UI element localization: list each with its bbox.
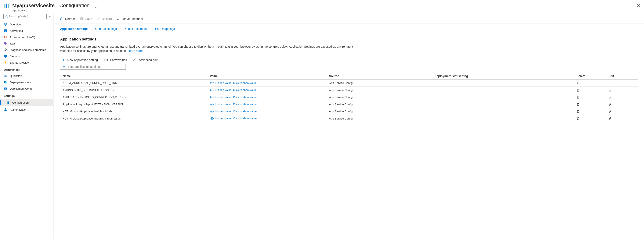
resource-type: App Service [12,9,90,12]
setting-name: ApplicationInsightsAgent_EXTENSION_VERSI… [60,101,208,108]
log-icon [4,29,7,33]
nav-deploy-center[interactable]: Deployment Center [0,85,53,92]
nav-item-label: Activity log [10,29,23,33]
edit-row-button[interactable] [606,101,638,108]
svg-point-15 [5,108,6,110]
edit-row-button[interactable] [606,108,638,115]
slot-setting-cell [432,108,574,115]
edit-row-button[interactable] [606,115,638,122]
section-description-text: Application settings are encrypted at re… [60,45,353,53]
col-source[interactable]: Source [326,73,432,80]
svg-point-9 [5,43,5,43]
discard-label: Discard [102,17,112,21]
eye-icon [210,82,214,84]
nav-security[interactable]: Security [0,53,53,59]
sidebar-search[interactable] [4,14,46,19]
filter-input[interactable] [68,65,124,69]
svg-point-16 [106,60,106,60]
close-button[interactable] [637,4,640,7]
nav-item-label: Overview [10,23,21,26]
col-name[interactable]: Name [60,73,208,80]
collapse-sidebar-button[interactable] [49,15,52,18]
nav-tags[interactable]: Tags [0,40,53,47]
edit-row-button[interactable] [606,87,638,94]
nav-configuration[interactable]: Configuration [0,99,53,106]
pencil-icon [608,96,636,99]
filter-icon [62,65,66,68]
delete-row-button[interactable] [574,108,606,115]
refresh-button[interactable]: Refresh [60,17,76,21]
nav-authentication[interactable]: Authentication [0,106,53,113]
nav-iam[interactable]: Access control (IAM) [0,34,53,40]
svg-rect-13 [8,102,9,104]
edit-row-button[interactable] [606,79,638,87]
edit-row-button[interactable] [606,94,638,101]
setting-source: App Service Config [326,79,432,87]
bars-icon [6,101,10,104]
delete-row-button[interactable] [574,94,606,101]
delete-row-button[interactable] [574,79,606,87]
hidden-value-label: Hidden value. Click to show value [216,88,256,92]
delete-row-button[interactable] [574,101,606,108]
blade-header: Myappservicesite | Configuration App Ser… [0,0,644,14]
nav-overview[interactable]: Overview [0,21,53,28]
tab-app[interactable]: Application settings [60,27,88,33]
more-actions-button[interactable]: ··· [93,5,98,10]
reveal-value-button[interactable]: Hidden value. Click to show value [210,110,256,113]
table-row: XDT_MicrosoftApplicationInsights_ModeHid… [60,108,638,115]
advanced-edit-label: Advanced edit [139,58,158,62]
tab-docs[interactable]: Default documents [124,27,148,33]
svg-rect-14 [9,102,9,104]
eye-icon [210,117,214,120]
sidebar-search-input[interactable] [8,15,45,18]
col-value[interactable]: Value [208,73,327,80]
reveal-value-button[interactable]: Hidden value. Click to show value [210,103,256,106]
tab-path[interactable]: Path mappings [155,27,175,33]
learn-more-link[interactable]: Learn more [128,49,143,53]
nav-diagnose[interactable]: Diagnose and solve problems [0,47,53,53]
refresh-icon [60,17,64,21]
slot-setting-cell [432,101,574,108]
filter-box[interactable] [60,64,126,70]
pencil-icon [608,81,636,85]
nav-item-label: Configuration [12,101,28,104]
setting-name: APPLICATIONINSIGHTS_CONNECTION_STRING [60,94,208,101]
nav-item-label: Access control (IAM) [10,36,35,39]
setting-source: App Service Config [326,101,432,108]
eye-icon [210,103,214,106]
app-service-icon [4,4,9,9]
svg-point-18 [212,90,212,91]
svg-point-8 [6,36,6,37]
feedback-button[interactable]: Leave Feedback [116,17,144,21]
globe-icon [4,23,7,26]
delete-row-button[interactable] [574,115,606,122]
reveal-value-button[interactable]: Hidden value. Click to show value [210,117,256,120]
command-bar: Refresh Save Discard Leave Feedback [54,14,644,24]
nav-activity[interactable]: Activity log [0,28,53,34]
show-values-button[interactable]: Show values [104,58,127,62]
setting-name: XDT_MicrosoftApplicationInsights_Preempt… [60,115,208,122]
new-setting-button[interactable]: New application setting [62,58,98,62]
table-row: APPLICATIONINSIGHTS_CONNECTION_STRINGHid… [60,94,638,101]
eye-icon [210,110,214,113]
hidden-value-label: Hidden value. Click to show value [216,103,256,106]
blade-title: Configuration [59,3,90,9]
advanced-edit-button[interactable]: Advanced edit [133,58,158,62]
nav-item-label: Diagnose and solve problems [10,48,46,52]
reveal-value-button[interactable]: Hidden value. Click to show value [210,88,256,92]
reveal-value-button[interactable]: Hidden value. Click to show value [210,96,256,99]
setting-source: App Service Config [326,94,432,101]
nav-quickstart[interactable]: Quickstart [0,73,53,79]
delete-row-button[interactable] [574,87,606,94]
pencil-icon [608,89,636,92]
col-slot[interactable]: Deployment slot setting [432,73,574,80]
trash-icon [576,110,604,113]
nav-item-label: Deployment Center [10,87,34,90]
nav-events[interactable]: Events (preview) [0,59,53,66]
nav-item-label: Events (preview) [10,61,30,64]
reveal-value-button[interactable]: Hidden value. Click to show value [210,81,256,85]
pencil-icon [608,117,636,120]
nav-deploy-slots[interactable]: Deployment slots [0,79,53,85]
nav-item-label: Tags [10,42,16,45]
tab-gen[interactable]: General settings [95,27,117,33]
